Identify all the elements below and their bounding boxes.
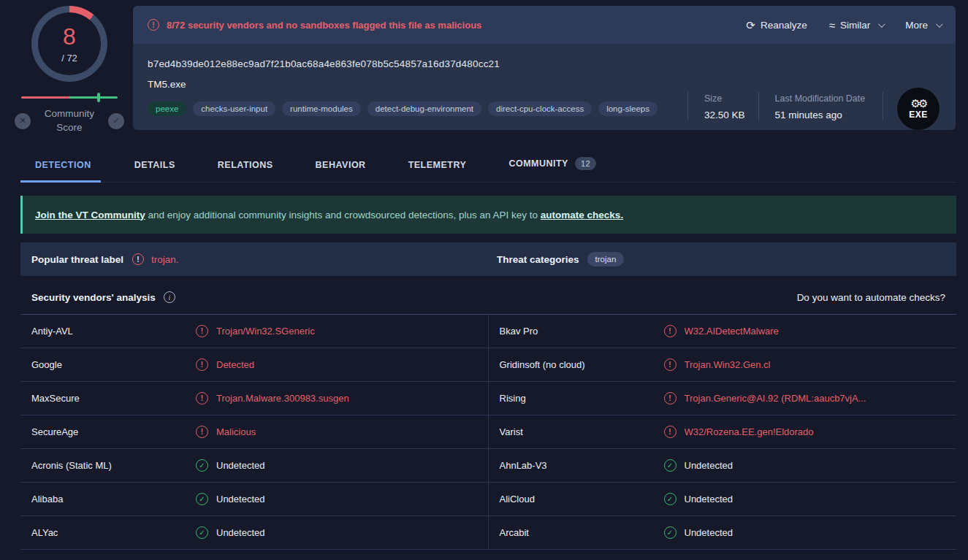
check-circle-icon: ✓ xyxy=(196,493,208,505)
info-icon[interactable]: i xyxy=(164,291,175,303)
tab-detection[interactable]: DETECTION xyxy=(20,160,101,183)
similar-button[interactable]: ≈ Similar xyxy=(829,20,884,31)
tag-runtime-modules[interactable]: runtime-modules xyxy=(282,101,361,116)
check-circle-icon: ✓ xyxy=(196,526,208,539)
vendor-cell: Alibaba ✓Undetected xyxy=(20,483,489,515)
vendor-cell: Bkav Pro !W32.AIDetectMalware xyxy=(489,315,957,348)
detection-score-total: / 72 xyxy=(61,53,77,64)
table-row: ALYac ✓Undetected Arcabit ✓Undetected xyxy=(20,516,956,550)
community-score-marker xyxy=(97,93,100,102)
table-row: Alibaba ✓Undetected AliCloud ✓Undetected xyxy=(20,483,956,516)
table-row: Antiy-AVL !Trojan/Win32.SGeneric Bkav Pr… xyxy=(20,315,956,348)
file-header-card: ! 8/72 security vendors and no sandboxes… xyxy=(133,6,956,130)
tab-telemetry[interactable]: TELEMETRY xyxy=(400,160,476,182)
check-circle-icon: ✓ xyxy=(664,493,677,505)
file-sha256-hash: b7ed4b39de012e88ec9ad7f21b0ac68a4e863fe0… xyxy=(148,58,941,69)
vendor-cell: Rising !Trojan.Generic@AI.92 (RDML:aaucb… xyxy=(489,382,957,415)
exe-file-icon: ⚙⚙ EXE xyxy=(897,88,940,130)
refresh-icon: ⟳ xyxy=(746,20,755,31)
vendor-cell: SecureAge !Malicious xyxy=(20,415,489,448)
alert-circle-icon: ! xyxy=(664,426,677,438)
tabs-bar: DETECTION DETAILS RELATIONS BEHAVIOR TEL… xyxy=(20,147,956,183)
analysis-title: Security vendors' analysis xyxy=(31,292,156,303)
alert-circle-icon: ! xyxy=(664,325,677,337)
detection-score-gauge: 8 / 72 xyxy=(31,6,107,82)
table-row: Acronis (Static ML) ✓Undetected AhnLab-V… xyxy=(20,449,956,483)
chevron-down-icon xyxy=(936,20,943,28)
vendor-cell: ALYac ✓Undetected xyxy=(20,516,489,549)
tab-behavior[interactable]: BEHAVIOR xyxy=(307,160,375,182)
vt-community-banner: Join the VT Community and enjoy addition… xyxy=(20,196,956,234)
banner-text: and enjoy additional community insights … xyxy=(145,210,541,220)
vendor-cell: Gridinsoft (no cloud) !Trojan.Win32.Gen.… xyxy=(489,348,957,381)
community-vote-up-button[interactable]: ✓ xyxy=(108,113,124,129)
alert-circle-icon: ! xyxy=(196,358,208,371)
check-circle-icon: ✓ xyxy=(196,459,208,472)
check-circle-icon: ✓ xyxy=(664,526,677,539)
tag-detect-debug-environment[interactable]: detect-debug-environment xyxy=(367,101,481,116)
threat-label-value: trojan. xyxy=(151,254,179,265)
vendor-results-table: Antiy-AVL !Trojan/Win32.SGeneric Bkav Pr… xyxy=(20,314,956,560)
detection-score-widget: 8 / 72 ✕ Community Score ✓ xyxy=(15,6,124,135)
warning-strip: ! 8/72 security vendors and no sandboxes… xyxy=(133,6,956,44)
reanalyze-button[interactable]: ⟳ Reanalyze xyxy=(746,20,807,31)
last-modification-date: Last Modification Date 51 minutes ago xyxy=(758,92,884,120)
threat-category-pill: trojan xyxy=(587,252,625,266)
table-row: SecureAge !Malicious Varist !W32/Rozena.… xyxy=(20,415,956,449)
vendor-cell: Arcabit ✓Undetected xyxy=(489,516,957,549)
alert-circle-icon: ! xyxy=(664,392,677,404)
community-score-label: Community Score xyxy=(38,107,101,135)
more-button[interactable]: More xyxy=(905,20,941,31)
community-count-badge: 12 xyxy=(575,157,596,170)
detection-score-value: 8 xyxy=(63,25,76,48)
alert-circle-icon: ! xyxy=(196,325,208,337)
chevron-down-icon xyxy=(878,20,885,28)
tab-relations[interactable]: RELATIONS xyxy=(209,160,282,182)
vendor-cell: Acronis (Static ML) ✓Undetected xyxy=(20,449,489,482)
threat-categories-label: Threat categories xyxy=(497,254,579,265)
popular-threat-label: Popular threat label xyxy=(31,254,123,265)
vendor-cell: MaxSecure !Trojan.Malware.300983.susgen xyxy=(20,382,489,415)
popular-threat-row: Popular threat label ! trojan. Threat ca… xyxy=(20,242,956,276)
alert-circle-icon: ! xyxy=(664,358,677,371)
vendor-cell: AhnLab-V3 ✓Undetected xyxy=(489,449,957,482)
tag-peexe[interactable]: peexe xyxy=(148,101,186,116)
file-size: Size 32.50 KB xyxy=(687,92,758,120)
tab-community[interactable]: COMMUNITY 12 xyxy=(500,157,605,182)
gears-icon: ⚙⚙ xyxy=(911,98,926,109)
community-score-bar xyxy=(21,96,118,99)
join-vt-community-link[interactable]: Join the VT Community xyxy=(35,210,145,220)
vendor-cell: Antiy-AVL !Trojan/Win32.SGeneric xyxy=(20,315,489,348)
security-vendors-analysis-header: Security vendors' analysis i Do you want… xyxy=(20,280,956,314)
tag-long-sleeps[interactable]: long-sleeps xyxy=(598,101,658,116)
tag-direct-cpu-clock-access[interactable]: direct-cpu-clock-access xyxy=(488,101,592,116)
vendor-cell: Google !Detected xyxy=(20,348,489,381)
warning-message: 8/72 security vendors and no sandboxes f… xyxy=(167,20,481,31)
file-name: TM5.exe xyxy=(148,79,941,90)
tag-checks-user-input[interactable]: checks-user-input xyxy=(193,101,275,116)
table-row: MaxSecure !Trojan.Malware.300983.susgen … xyxy=(20,382,956,415)
automate-checks-link[interactable]: automate checks. xyxy=(541,210,623,220)
alert-circle-icon: ! xyxy=(196,392,208,404)
vendor-cell: AliCloud ✓Undetected xyxy=(489,483,957,515)
alert-circle-icon: ! xyxy=(148,19,159,31)
community-vote-down-button[interactable]: ✕ xyxy=(15,113,31,129)
alert-circle-icon: ! xyxy=(196,426,208,438)
check-circle-icon: ✓ xyxy=(664,459,677,472)
automate-checks-prompt[interactable]: Do you want to automate checks? xyxy=(797,292,945,303)
similar-icon: ≈ xyxy=(829,20,835,31)
tab-details[interactable]: DETAILS xyxy=(126,160,184,182)
alert-circle-icon: ! xyxy=(132,253,144,265)
vendor-cell: Varist !W32/Rozena.EE.gen!Eldorado xyxy=(489,415,957,448)
table-row: Google !Detected Gridinsoft (no cloud) !… xyxy=(20,348,956,382)
